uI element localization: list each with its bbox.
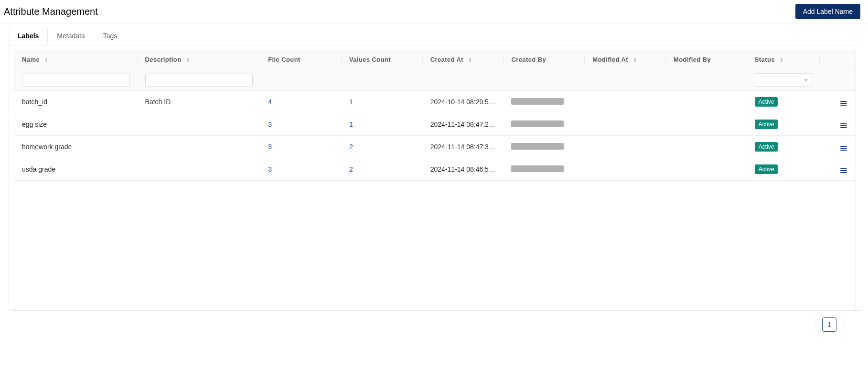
filter-name-input[interactable] — [22, 74, 130, 87]
sort-icon[interactable]: ▲▼ — [44, 57, 48, 63]
cell-modified-by — [666, 113, 747, 136]
redacted-block — [511, 165, 564, 172]
cell-created-by — [504, 91, 585, 113]
cell-values-count[interactable]: 2 — [349, 165, 353, 173]
cell-file-count[interactable]: 3 — [268, 165, 272, 173]
cell-name: egg size — [14, 113, 138, 136]
status-badge: Active — [755, 120, 778, 129]
row-menu-icon[interactable] — [839, 166, 848, 175]
col-header-label: Modified By — [674, 56, 711, 63]
content-area: Labels Metadata Tags Name ▲▼ — [0, 23, 868, 339]
cell-modified-by — [666, 91, 747, 113]
col-header-status[interactable]: Status ▲▼ — [747, 50, 820, 69]
tab-labels[interactable]: Labels — [9, 27, 48, 45]
table-row: egg size312024-11-14 08:47:2…Active — [14, 113, 856, 136]
col-header-modified-at[interactable]: Modified At ▲▼ — [585, 50, 666, 69]
row-menu-icon[interactable] — [839, 98, 848, 108]
cell-file-count[interactable]: 3 — [268, 143, 272, 151]
table-row: usda grade322024-11-14 08:46:5…Active — [14, 158, 856, 181]
header-bar: Attribute Management Add Label Name — [0, 0, 868, 23]
cell-values-count[interactable]: 1 — [349, 120, 353, 128]
pagination-next-icon[interactable]: 〉 — [840, 319, 850, 331]
cell-name: usda grade — [14, 158, 138, 181]
cell-modified-at — [585, 91, 666, 113]
cell-modified-at — [585, 136, 666, 158]
cell-file-count[interactable]: 4 — [268, 98, 272, 106]
col-header-label: Name — [22, 56, 40, 63]
table-row: batch_idBatch ID412024-10-14 08:29:5…Act… — [14, 91, 856, 113]
filter-status-select[interactable] — [755, 73, 812, 87]
cell-created-by — [504, 113, 585, 136]
cell-description — [138, 113, 261, 136]
col-header-label: Values Count — [349, 56, 391, 63]
col-header-created-by: Created By — [504, 50, 585, 69]
attributes-table: Name ▲▼ Description ▲▼ File Count Values… — [14, 50, 856, 181]
col-header-description[interactable]: Description ▲▼ — [138, 50, 261, 69]
table-container: Name ▲▼ Description ▲▼ File Count Values… — [14, 50, 856, 310]
cell-created-by — [504, 136, 585, 158]
cell-description — [138, 136, 261, 158]
redacted-block — [511, 120, 564, 127]
tab-metadata[interactable]: Metadata — [48, 27, 94, 45]
col-header-label: Created At — [430, 56, 463, 63]
col-header-label: Modified At — [592, 56, 628, 63]
cell-modified-by — [666, 136, 747, 158]
table-row: homework grade322024-11-14 08:47:3…Activ… — [14, 136, 856, 158]
col-header-values-count: Values Count — [342, 50, 423, 69]
col-header-actions — [820, 50, 856, 69]
tab-tags[interactable]: Tags — [94, 27, 127, 45]
cell-modified-by — [666, 158, 747, 181]
col-header-label: Status — [755, 56, 775, 63]
tabs: Labels Metadata Tags — [9, 27, 861, 45]
col-header-label: File Count — [268, 56, 300, 63]
pagination-prev-icon[interactable]: 〈 — [809, 319, 818, 331]
tab-panel: Name ▲▼ Description ▲▼ File Count Values… — [9, 45, 861, 311]
col-header-label: Description — [145, 56, 182, 63]
cell-name: batch_id — [14, 91, 138, 113]
col-header-name[interactable]: Name ▲▼ — [14, 50, 138, 69]
cell-name: homework grade — [14, 136, 138, 158]
redacted-block — [511, 143, 564, 150]
sort-icon[interactable]: ▲▼ — [780, 57, 783, 63]
cell-created-at: 2024-11-14 08:47:3… — [423, 136, 504, 158]
col-header-created-at[interactable]: Created At ▲▼ — [423, 50, 504, 69]
cell-modified-at — [585, 113, 666, 136]
cell-created-at: 2024-10-14 08:29:5… — [423, 91, 504, 113]
status-badge: Active — [755, 164, 778, 174]
add-label-name-button[interactable]: Add Label Name — [795, 4, 860, 19]
filter-description-input[interactable] — [145, 74, 253, 87]
cell-values-count[interactable]: 2 — [349, 143, 353, 151]
pagination: 〈 1 〉 — [9, 311, 861, 332]
row-menu-icon[interactable] — [839, 143, 848, 153]
status-badge: Active — [755, 97, 778, 107]
sort-icon[interactable]: ▲▼ — [633, 57, 637, 63]
sort-icon[interactable]: ▲▼ — [468, 57, 472, 63]
cell-modified-at — [585, 158, 666, 181]
status-badge: Active — [755, 142, 778, 152]
cell-description: Batch ID — [138, 91, 261, 113]
cell-created-by — [504, 158, 585, 181]
page-title: Attribute Management — [4, 6, 98, 17]
filter-row — [14, 69, 856, 91]
cell-created-at: 2024-11-14 08:46:5… — [423, 158, 504, 181]
row-menu-icon[interactable] — [839, 121, 848, 131]
cell-created-at: 2024-11-14 08:47:2… — [423, 113, 504, 136]
pagination-page-1[interactable]: 1 — [822, 317, 836, 332]
redacted-block — [511, 98, 564, 105]
col-header-file-count: File Count — [260, 50, 342, 69]
col-header-modified-by: Modified By — [666, 50, 747, 69]
cell-values-count[interactable]: 1 — [349, 98, 353, 106]
cell-description — [138, 158, 261, 181]
sort-icon[interactable]: ▲▼ — [186, 57, 190, 63]
cell-file-count[interactable]: 3 — [268, 120, 272, 128]
col-header-label: Created By — [511, 56, 546, 63]
